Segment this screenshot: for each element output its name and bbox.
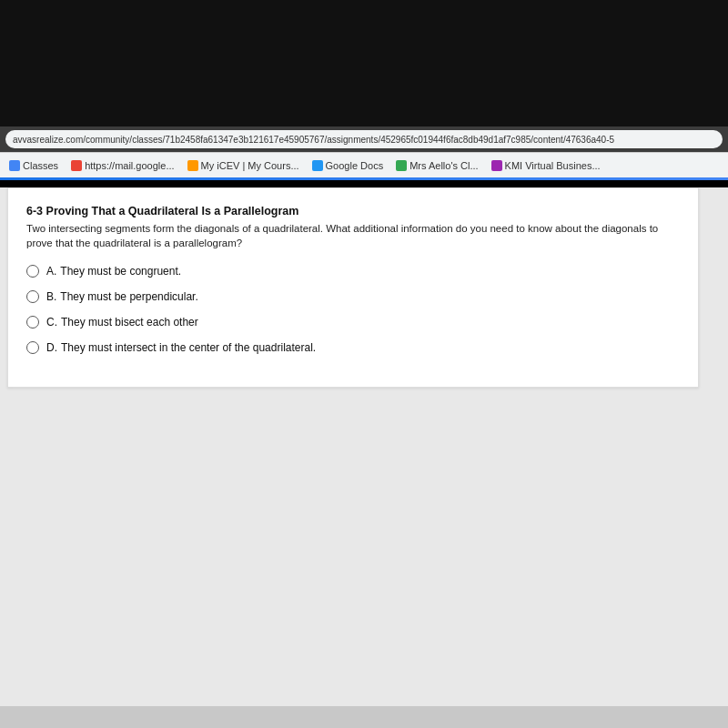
option-letter-1: B. (46, 290, 56, 303)
question-section-title: 6-3 Proving That a Quadrilateral Is a Pa… (26, 205, 680, 217)
option-text-2: C.They must bisect each other (46, 316, 198, 329)
bookmark-classes[interactable]: Classes (4, 158, 64, 173)
bookmark-label-gmail: https://mail.google... (85, 160, 174, 171)
radio-button-2[interactable] (26, 316, 39, 329)
laptop-bezel: avvasrealize.com/community/classes/71b24… (0, 0, 728, 177)
bookmark-icev[interactable]: My iCEV | My Cours... (182, 158, 305, 173)
bookmark-icon-gdocs (312, 160, 323, 171)
answer-option-3[interactable]: D.They must intersect in the center of t… (26, 341, 680, 354)
answer-options-list: A.They must be congruent.B.They must be … (26, 265, 680, 354)
content-area: 6-3 Proving That a Quadrilateral Is a Pa… (0, 187, 728, 706)
answer-option-2[interactable]: C.They must bisect each other (26, 316, 680, 329)
bookmark-label-classes: Classes (23, 160, 58, 171)
bookmark-gdocs[interactable]: Google Docs (307, 158, 389, 173)
bookmark-gmail[interactable]: https://mail.google... (66, 158, 179, 173)
bookmark-mrs[interactable]: Mrs Aello's Cl... (390, 158, 483, 173)
option-letter-3: D. (46, 341, 57, 354)
option-letter-2: C. (46, 316, 57, 329)
bookmarks-bar: Classeshttps://mail.google...My iCEV | M… (0, 152, 728, 177)
option-text-0: A.They must be congruent. (46, 265, 181, 278)
bookmark-label-icev: My iCEV | My Cours... (201, 160, 299, 171)
radio-button-3[interactable] (26, 341, 39, 354)
radio-button-1[interactable] (26, 290, 39, 303)
question-card: 6-3 Proving That a Quadrilateral Is a Pa… (7, 187, 699, 388)
bookmark-label-gdocs: Google Docs (326, 160, 384, 171)
bookmark-kmi[interactable]: KMI Virtual Busines... (486, 158, 606, 173)
answer-option-0[interactable]: A.They must be congruent. (26, 265, 680, 278)
option-text-3: D.They must intersect in the center of t… (46, 341, 316, 354)
option-letter-0: A. (46, 265, 56, 278)
bookmark-label-mrs: Mrs Aello's Cl... (410, 160, 478, 171)
answer-option-1[interactable]: B.They must be perpendicular. (26, 290, 680, 303)
address-bar-row: avvasrealize.com/community/classes/71b24… (0, 126, 728, 152)
bookmark-icon-icev (187, 160, 198, 171)
bottom-area (0, 706, 728, 728)
bookmark-icon-kmi (491, 160, 502, 171)
address-bar[interactable]: avvasrealize.com/community/classes/71b24… (5, 130, 723, 148)
option-text-1: B.They must be perpendicular. (46, 290, 198, 303)
bookmark-label-kmi: KMI Virtual Busines... (505, 160, 601, 171)
browser-chrome: avvasrealize.com/community/classes/71b24… (0, 126, 728, 177)
address-bar-text: avvasrealize.com/community/classes/71b24… (13, 135, 614, 145)
bookmark-icon-mrs (396, 160, 407, 171)
bookmark-icon-classes (9, 160, 20, 171)
blue-accent-line (0, 177, 728, 180)
bookmark-icon-gmail (71, 160, 82, 171)
question-body: Two intersecting segments form the diago… (26, 221, 680, 250)
radio-button-0[interactable] (26, 265, 39, 278)
